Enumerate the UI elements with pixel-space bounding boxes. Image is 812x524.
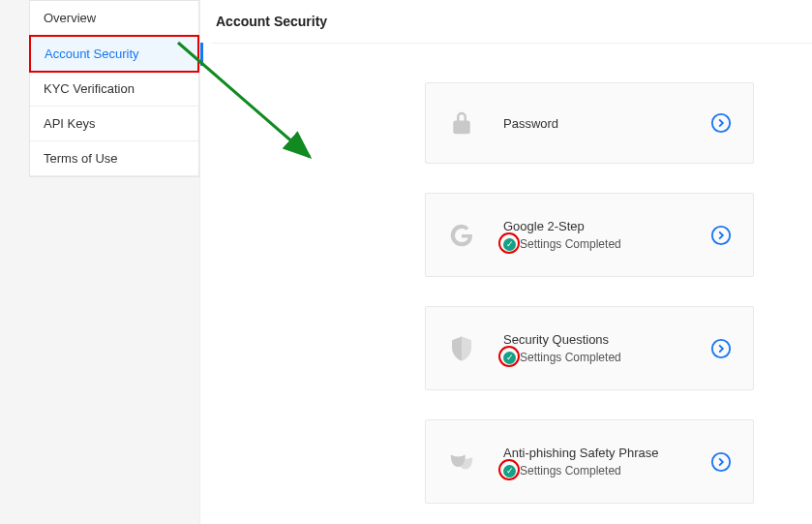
card-body: Password (503, 116, 710, 131)
content-area: Account Security Password Google 2-Step … (199, 0, 812, 524)
page-title: Account Security (212, 0, 812, 44)
svg-point-4 (712, 339, 730, 356)
shield-icon (447, 334, 476, 363)
card-google-2step: Google 2-Step ✓ Settings Completed (425, 193, 754, 277)
sidebar-item-overview[interactable]: Overview (30, 1, 198, 36)
check-circle-icon: ✓ (503, 238, 516, 251)
sidebar-item-kyc-verification[interactable]: KYC Verification (30, 72, 198, 107)
card-title: Security Questions (503, 332, 710, 347)
svg-point-3 (712, 226, 730, 243)
lock-icon (447, 108, 476, 138)
arrow-right-circle-icon[interactable] (710, 112, 732, 134)
google-icon (447, 221, 476, 250)
sidebar-item-label: KYC Verification (44, 81, 135, 96)
card-status: ✓ Settings Completed (503, 351, 710, 364)
sidebar: Overview Account Security KYC Verificati… (29, 0, 199, 177)
arrow-right-circle-icon[interactable] (710, 225, 732, 246)
check-circle-icon: ✓ (503, 352, 516, 364)
svg-point-2 (712, 114, 730, 132)
svg-point-5 (712, 452, 730, 470)
card-body: Google 2-Step ✓ Settings Completed (503, 219, 710, 251)
status-text: Settings Completed (520, 464, 621, 478)
card-title: Anti-phishing Safety Phrase (503, 446, 710, 460)
card-body: Security Questions ✓ Settings Completed (503, 332, 710, 364)
card-status: ✓ Settings Completed (503, 237, 710, 251)
status-text: Settings Completed (520, 237, 621, 251)
check-circle-icon: ✓ (503, 465, 516, 478)
card-anti-phishing: Anti-phishing Safety Phrase ✓ Settings C… (425, 419, 754, 504)
card-status: ✓ Settings Completed (503, 464, 710, 478)
status-text: Settings Completed (520, 351, 621, 364)
card-title: Google 2-Step (503, 219, 710, 233)
sidebar-item-account-security[interactable]: Account Security (29, 35, 199, 73)
sidebar-item-label: Terms of Use (44, 151, 118, 166)
sidebar-item-label: Account Security (45, 46, 139, 61)
sidebar-item-label: Overview (44, 11, 96, 25)
sidebar-item-terms-of-use[interactable]: Terms of Use (30, 141, 198, 176)
masks-icon (447, 447, 476, 477)
sidebar-item-api-keys[interactable]: API Keys (30, 107, 198, 141)
sidebar-item-label: API Keys (44, 116, 95, 131)
card-password: Password (425, 82, 754, 164)
card-security-questions: Security Questions ✓ Settings Completed (425, 306, 754, 390)
arrow-right-circle-icon[interactable] (710, 451, 732, 473)
card-body: Anti-phishing Safety Phrase ✓ Settings C… (503, 446, 710, 478)
card-title: Password (503, 116, 710, 131)
active-indicator (200, 43, 203, 66)
arrow-right-circle-icon[interactable] (710, 338, 732, 359)
security-cards: Password Google 2-Step ✓ Settings Comple… (212, 44, 812, 504)
